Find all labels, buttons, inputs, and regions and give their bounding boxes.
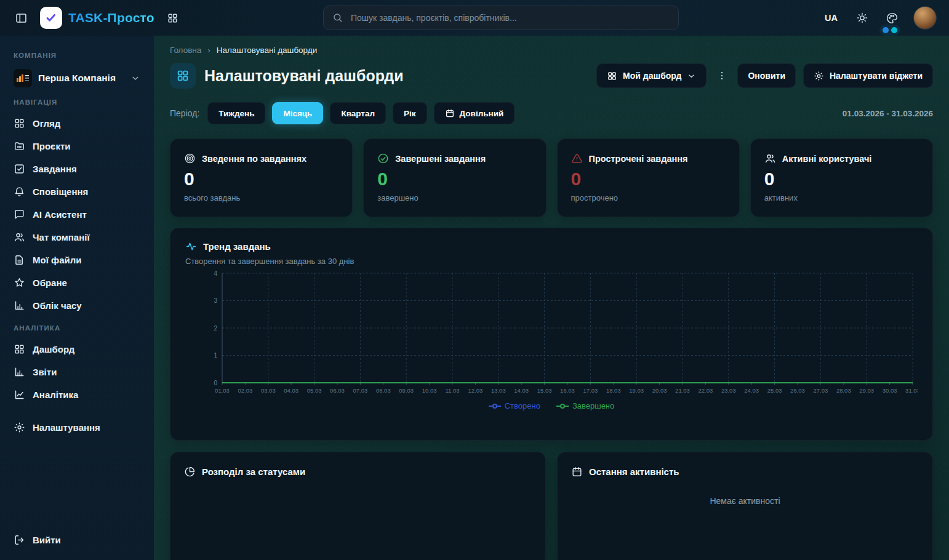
refresh-label: Оновити	[748, 71, 785, 81]
global-search[interactable]	[323, 6, 679, 30]
period-week-button[interactable]: Тиждень	[207, 102, 265, 124]
trend-line-chart: 0123401.0302.0303.0304.0305.0306.0307.03…	[185, 270, 918, 400]
period-quarter-button[interactable]: Квартал	[330, 102, 386, 124]
calendar-icon	[445, 108, 455, 118]
topbar: TASK-Просто UA	[0, 0, 949, 36]
sidebar-item-favorites[interactable]: Обране	[7, 272, 146, 294]
stat-card-summary: Зведення по завданнях 0 всього завдань	[170, 138, 353, 217]
page-header: Налаштовувані дашборди Мой дашборд Онови…	[170, 63, 933, 89]
sidebar-item-label: Мої файли	[33, 255, 81, 265]
bottom-widgets: Розподіл за статусами Остання активність…	[170, 452, 933, 560]
folder-icon	[14, 140, 25, 152]
sidebar-item-time-tracking[interactable]: Облік часу	[7, 295, 146, 316]
search-input[interactable]	[350, 12, 670, 23]
svg-text:28.03: 28.03	[836, 387, 851, 394]
sidebar-item-my-files[interactable]: Мої файли	[7, 249, 146, 271]
configure-widgets-button[interactable]: Налаштувати віджети	[803, 63, 933, 88]
sidebar-item-tasks[interactable]: Завдання	[7, 158, 146, 180]
logo-checkmark-icon	[40, 7, 62, 29]
check-square-icon	[14, 163, 25, 175]
sun-icon	[856, 12, 868, 24]
dashboard-selector-button[interactable]: Мой дашборд	[596, 63, 707, 88]
svg-text:21.03: 21.03	[675, 387, 690, 394]
svg-text:29.03: 29.03	[859, 387, 874, 394]
svg-text:12.03: 12.03	[468, 387, 483, 394]
svg-text:03.03: 03.03	[261, 387, 276, 394]
refresh-button[interactable]: Оновити	[737, 63, 796, 88]
sidebar-item-analytics[interactable]: Аналітика	[7, 384, 146, 406]
stat-caption: прострочено	[571, 193, 726, 202]
period-month-button[interactable]: Місяць	[272, 102, 323, 124]
svg-text:2: 2	[214, 325, 217, 332]
stat-title: Прострочені завдання	[589, 154, 688, 164]
sidebar-item-label: Дашборд	[33, 344, 74, 354]
stat-title: Завершені завдання	[395, 154, 486, 164]
stat-title: Активні користувачі	[782, 154, 872, 164]
recent-activity-empty-state: Немає активності	[571, 496, 919, 506]
sidebar-item-label: Вийти	[33, 535, 61, 545]
svg-text:11.03: 11.03	[445, 387, 459, 394]
more-options-button[interactable]	[714, 68, 730, 84]
bar-chart-icon	[14, 300, 25, 311]
sidebar-item-logout[interactable]: Вийти	[7, 529, 146, 551]
sidebar-item-label: Облік часу	[33, 300, 82, 311]
company-selector[interactable]: Перша Компанія	[7, 65, 146, 91]
svg-text:14.03: 14.03	[514, 387, 529, 394]
svg-text:25.03: 25.03	[767, 387, 782, 394]
svg-text:18.03: 18.03	[606, 387, 621, 394]
date-range-label: 01.03.2026 - 31.03.2026	[843, 109, 933, 118]
svg-text:09.03: 09.03	[399, 387, 414, 394]
sidebar-item-ai-assistant[interactable]: AI Асистент	[7, 204, 146, 225]
stat-caption: активних	[764, 193, 919, 202]
kebab-menu-icon	[716, 70, 727, 81]
period-year-button[interactable]: Рік	[393, 102, 427, 124]
dashboard-grid-icon	[170, 63, 196, 89]
sidebar-toggle-button[interactable]	[12, 9, 30, 27]
sidebar-item-label: Завдання	[33, 164, 77, 174]
stat-card-active-users: Активні користувачі 0 активних	[750, 138, 933, 217]
legend-label: Завершено	[572, 401, 614, 410]
sidebar-item-label: Сповіщення	[33, 186, 88, 197]
period-label: Період:	[170, 108, 199, 118]
theme-color-dots[interactable]	[879, 25, 900, 36]
stats-grid: Зведення по завданнях 0 всього завдань З…	[170, 138, 933, 217]
svg-text:17.03: 17.03	[583, 387, 598, 394]
language-button[interactable]: UA	[821, 12, 841, 23]
apps-grid-button[interactable]	[164, 10, 181, 26]
theme-toggle-button[interactable]	[854, 9, 871, 26]
dashboard-selector-label: Мой дашборд	[623, 71, 681, 81]
sidebar-item-dashboard[interactable]: Дашборд	[7, 338, 146, 360]
sidebar-item-overview[interactable]: Огляд	[7, 113, 146, 134]
legend-item[interactable]: Завершено	[556, 401, 614, 410]
sidebar-item-projects[interactable]: Проєкти	[7, 135, 146, 157]
company-logo-icon	[14, 69, 32, 87]
breadcrumb-home[interactable]: Головна	[170, 46, 201, 55]
trend-chart-card: Тренд завдань Створення та завершення за…	[170, 228, 933, 441]
grid-icon	[14, 343, 25, 355]
stat-value: 0	[764, 170, 919, 188]
user-avatar[interactable]	[913, 6, 937, 30]
search-icon	[332, 12, 343, 23]
svg-text:0: 0	[214, 380, 217, 386]
stat-caption: всього завдань	[184, 193, 338, 202]
legend-item[interactable]: Створено	[489, 401, 540, 410]
theme-dot-cyan-icon	[891, 27, 897, 33]
topbar-right: UA	[821, 6, 937, 30]
app-title: TASK-Просто	[68, 10, 154, 25]
app-logo[interactable]: TASK-Просто	[40, 7, 154, 29]
gear-icon	[14, 422, 25, 433]
breadcrumb: Головна › Налаштовувані дашборди	[170, 46, 933, 55]
svg-text:02.03: 02.03	[238, 387, 253, 394]
period-custom-button[interactable]: Довільний	[434, 102, 515, 124]
svg-text:24.03: 24.03	[744, 387, 759, 394]
svg-text:30.03: 30.03	[883, 387, 897, 394]
svg-text:26.03: 26.03	[790, 387, 805, 394]
analytics-section-label: АНАЛІТИКА	[14, 324, 140, 332]
company-section-label: КОМПАНІЯ	[14, 52, 140, 59]
chevron-down-icon	[687, 71, 696, 81]
stat-title: Зведення по завданнях	[202, 154, 306, 164]
sidebar-item-reports[interactable]: Звіти	[7, 361, 146, 383]
sidebar-item-company-chat[interactable]: Чат компанії	[7, 226, 146, 248]
sidebar-item-notifications[interactable]: Сповіщення	[7, 181, 146, 202]
sidebar-item-settings[interactable]: Налаштування	[7, 417, 146, 438]
